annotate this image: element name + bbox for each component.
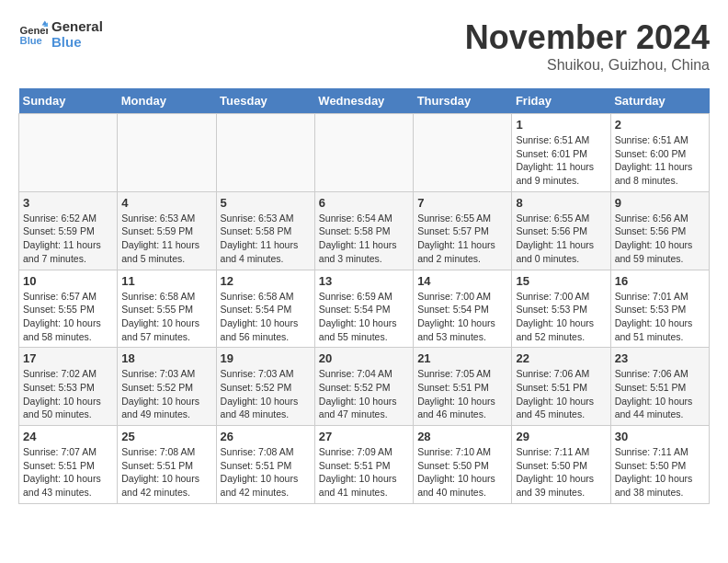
day-info: Sunrise: 7:02 AM Sunset: 5:53 PM Dayligh… xyxy=(23,367,113,421)
day-number: 2 xyxy=(615,118,705,132)
day-info: Sunrise: 7:11 AM Sunset: 5:50 PM Dayligh… xyxy=(615,445,705,500)
header: General Blue General Blue November 2024 … xyxy=(18,18,710,74)
calendar-cell xyxy=(118,114,216,192)
calendar-cell: 17Sunrise: 7:02 AM Sunset: 5:53 PM Dayli… xyxy=(19,348,118,426)
calendar-cell: 10Sunrise: 6:57 AM Sunset: 5:55 PM Dayli… xyxy=(19,270,118,348)
calendar-cell: 8Sunrise: 6:55 AM Sunset: 5:56 PM Daylig… xyxy=(512,191,610,270)
calendar-cell: 27Sunrise: 7:09 AM Sunset: 5:51 PM Dayli… xyxy=(314,426,413,504)
day-number: 16 xyxy=(615,274,705,288)
day-number: 24 xyxy=(23,430,113,443)
calendar-cell: 18Sunrise: 7:03 AM Sunset: 5:52 PM Dayli… xyxy=(118,348,216,426)
weekday-header-thursday: Thursday xyxy=(414,88,512,114)
calendar-cell: 11Sunrise: 6:58 AM Sunset: 5:55 PM Dayli… xyxy=(118,270,216,348)
day-number: 20 xyxy=(319,351,409,365)
calendar-cell: 22Sunrise: 7:06 AM Sunset: 5:51 PM Dayli… xyxy=(512,348,610,426)
day-number: 23 xyxy=(615,351,705,365)
day-number: 11 xyxy=(121,274,211,288)
day-number: 30 xyxy=(615,430,705,443)
day-info: Sunrise: 7:03 AM Sunset: 5:52 PM Dayligh… xyxy=(121,367,211,421)
day-info: Sunrise: 7:04 AM Sunset: 5:52 PM Dayligh… xyxy=(319,367,409,421)
calendar-week-2: 3Sunrise: 6:52 AM Sunset: 5:59 PM Daylig… xyxy=(19,191,710,270)
calendar-week-1: 1Sunrise: 6:51 AM Sunset: 6:01 PM Daylig… xyxy=(19,114,710,192)
weekday-header-wednesday: Wednesday xyxy=(314,88,413,114)
day-info: Sunrise: 6:53 AM Sunset: 5:58 PM Dayligh… xyxy=(221,212,311,266)
day-number: 19 xyxy=(221,351,311,365)
day-info: Sunrise: 6:51 AM Sunset: 6:00 PM Dayligh… xyxy=(615,133,705,188)
calendar-cell: 16Sunrise: 7:01 AM Sunset: 5:53 PM Dayli… xyxy=(610,270,709,348)
title-section: November 2024 Shuikou, Guizhou, China xyxy=(465,18,710,74)
calendar-cell xyxy=(314,114,413,192)
calendar-cell: 2Sunrise: 6:51 AM Sunset: 6:00 PM Daylig… xyxy=(610,114,709,192)
day-number: 7 xyxy=(417,196,507,210)
day-info: Sunrise: 7:05 AM Sunset: 5:51 PM Dayligh… xyxy=(417,367,507,421)
day-info: Sunrise: 7:08 AM Sunset: 5:51 PM Dayligh… xyxy=(121,445,211,500)
day-number: 25 xyxy=(121,430,211,443)
day-info: Sunrise: 7:08 AM Sunset: 5:51 PM Dayligh… xyxy=(221,445,311,500)
day-number: 12 xyxy=(221,274,311,288)
day-info: Sunrise: 7:06 AM Sunset: 5:51 PM Dayligh… xyxy=(516,367,606,421)
logo: General Blue General Blue xyxy=(18,18,103,50)
calendar-cell: 9Sunrise: 6:56 AM Sunset: 5:56 PM Daylig… xyxy=(610,191,709,270)
calendar-cell: 24Sunrise: 7:07 AM Sunset: 5:51 PM Dayli… xyxy=(19,426,118,504)
day-number: 26 xyxy=(221,430,311,443)
location-subtitle: Shuikou, Guizhou, China xyxy=(465,57,710,74)
svg-text:Blue: Blue xyxy=(20,35,42,46)
calendar-cell: 23Sunrise: 7:06 AM Sunset: 5:51 PM Dayli… xyxy=(610,348,709,426)
calendar-cell: 5Sunrise: 6:53 AM Sunset: 5:58 PM Daylig… xyxy=(216,191,314,270)
calendar-cell: 30Sunrise: 7:11 AM Sunset: 5:50 PM Dayli… xyxy=(610,426,709,504)
day-number: 15 xyxy=(516,274,606,288)
day-info: Sunrise: 6:51 AM Sunset: 6:01 PM Dayligh… xyxy=(516,133,606,188)
day-number: 29 xyxy=(516,430,606,443)
day-number: 17 xyxy=(23,351,113,365)
calendar-cell: 25Sunrise: 7:08 AM Sunset: 5:51 PM Dayli… xyxy=(118,426,216,504)
calendar-week-3: 10Sunrise: 6:57 AM Sunset: 5:55 PM Dayli… xyxy=(19,270,710,348)
day-number: 10 xyxy=(23,274,113,288)
day-number: 3 xyxy=(23,196,113,210)
day-info: Sunrise: 7:00 AM Sunset: 5:54 PM Dayligh… xyxy=(417,290,507,344)
weekday-header-sunday: Sunday xyxy=(19,88,118,114)
calendar-cell: 19Sunrise: 7:03 AM Sunset: 5:52 PM Dayli… xyxy=(216,348,314,426)
day-number: 1 xyxy=(516,118,606,132)
day-number: 18 xyxy=(121,351,211,365)
day-number: 4 xyxy=(121,196,211,210)
day-info: Sunrise: 7:03 AM Sunset: 5:52 PM Dayligh… xyxy=(221,367,311,421)
logo-icon: General Blue xyxy=(18,19,48,49)
calendar-cell: 13Sunrise: 6:59 AM Sunset: 5:54 PM Dayli… xyxy=(314,270,413,348)
day-number: 9 xyxy=(615,196,705,210)
day-info: Sunrise: 6:53 AM Sunset: 5:59 PM Dayligh… xyxy=(121,212,211,266)
day-info: Sunrise: 6:55 AM Sunset: 5:56 PM Dayligh… xyxy=(516,212,606,266)
calendar-cell: 26Sunrise: 7:08 AM Sunset: 5:51 PM Dayli… xyxy=(216,426,314,504)
calendar-cell: 7Sunrise: 6:55 AM Sunset: 5:57 PM Daylig… xyxy=(414,191,512,270)
calendar-cell: 12Sunrise: 6:58 AM Sunset: 5:54 PM Dayli… xyxy=(216,270,314,348)
day-number: 28 xyxy=(417,430,507,443)
calendar-header-row: SundayMondayTuesdayWednesdayThursdayFrid… xyxy=(19,88,710,114)
day-info: Sunrise: 7:07 AM Sunset: 5:51 PM Dayligh… xyxy=(23,445,113,500)
day-info: Sunrise: 6:56 AM Sunset: 5:56 PM Dayligh… xyxy=(615,212,705,266)
day-info: Sunrise: 7:00 AM Sunset: 5:53 PM Dayligh… xyxy=(516,290,606,344)
calendar-cell: 21Sunrise: 7:05 AM Sunset: 5:51 PM Dayli… xyxy=(414,348,512,426)
month-title: November 2024 xyxy=(465,18,710,57)
day-number: 14 xyxy=(417,274,507,288)
day-info: Sunrise: 7:01 AM Sunset: 5:53 PM Dayligh… xyxy=(615,290,705,344)
calendar-cell: 15Sunrise: 7:00 AM Sunset: 5:53 PM Dayli… xyxy=(512,270,610,348)
day-number: 21 xyxy=(417,351,507,365)
day-number: 27 xyxy=(319,430,409,443)
calendar-week-4: 17Sunrise: 7:02 AM Sunset: 5:53 PM Dayli… xyxy=(19,348,710,426)
day-number: 6 xyxy=(319,196,409,210)
day-info: Sunrise: 6:55 AM Sunset: 5:57 PM Dayligh… xyxy=(417,212,507,266)
weekday-header-tuesday: Tuesday xyxy=(216,88,314,114)
calendar-table: SundayMondayTuesdayWednesdayThursdayFrid… xyxy=(18,88,710,504)
calendar-cell: 3Sunrise: 6:52 AM Sunset: 5:59 PM Daylig… xyxy=(19,191,118,270)
calendar-cell: 20Sunrise: 7:04 AM Sunset: 5:52 PM Dayli… xyxy=(314,348,413,426)
day-info: Sunrise: 6:57 AM Sunset: 5:55 PM Dayligh… xyxy=(23,290,113,344)
day-number: 5 xyxy=(221,196,311,210)
calendar-cell: 29Sunrise: 7:11 AM Sunset: 5:50 PM Dayli… xyxy=(512,426,610,504)
day-info: Sunrise: 6:59 AM Sunset: 5:54 PM Dayligh… xyxy=(319,290,409,344)
day-info: Sunrise: 6:58 AM Sunset: 5:54 PM Dayligh… xyxy=(221,290,311,344)
day-info: Sunrise: 7:09 AM Sunset: 5:51 PM Dayligh… xyxy=(319,445,409,500)
weekday-header-monday: Monday xyxy=(118,88,216,114)
day-number: 8 xyxy=(516,196,606,210)
day-info: Sunrise: 7:06 AM Sunset: 5:51 PM Dayligh… xyxy=(615,367,705,421)
day-number: 22 xyxy=(516,351,606,365)
weekday-header-friday: Friday xyxy=(512,88,610,114)
